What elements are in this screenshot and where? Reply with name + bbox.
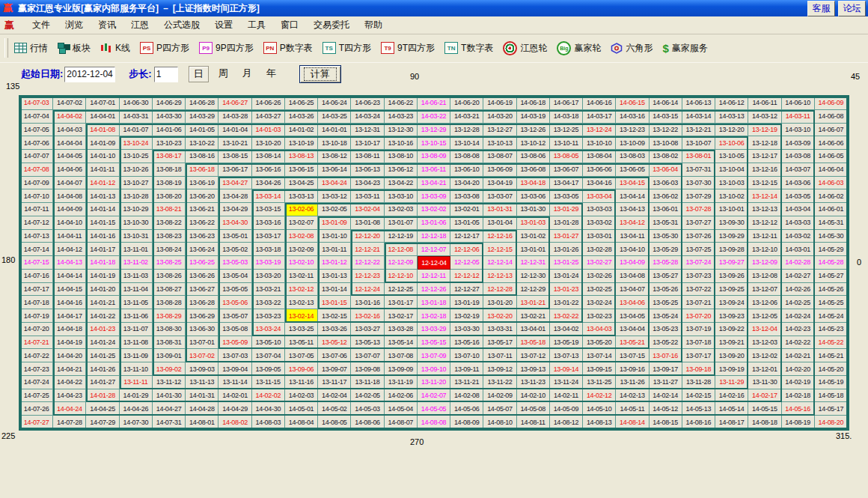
date-cell[interactable]: 13-12-21 bbox=[682, 124, 715, 137]
date-cell[interactable]: 14-05-21 bbox=[815, 349, 848, 362]
date-cell[interactable]: 13-08-02 bbox=[650, 150, 682, 163]
date-cell[interactable]: 12-12-31 bbox=[517, 256, 550, 270]
date-cell[interactable]: 14-06-20 bbox=[450, 97, 483, 110]
date-cell[interactable]: 14-02-06 bbox=[385, 389, 418, 403]
menu-item-公式选股[interactable]: 公式选股 bbox=[156, 17, 207, 33]
date-cell[interactable]: 13-10-03 bbox=[715, 177, 748, 190]
date-cell[interactable]: 14-08-13 bbox=[583, 416, 616, 429]
date-cell[interactable]: 13-12-26 bbox=[517, 124, 550, 137]
date-cell[interactable]: 13-12-23 bbox=[616, 124, 649, 137]
date-cell[interactable]: 13-04-26 bbox=[252, 177, 285, 190]
date-cell[interactable]: 13-02-25 bbox=[583, 283, 616, 297]
date-cell[interactable]: 14-08-20 bbox=[815, 416, 848, 429]
date-cell[interactable]: 13-10-08 bbox=[650, 136, 682, 150]
date-cell[interactable]: 14-06-28 bbox=[186, 97, 218, 110]
date-cell[interactable]: 13-05-08 bbox=[218, 323, 251, 336]
date-cell[interactable]: 13-08-25 bbox=[153, 256, 186, 270]
date-cell[interactable]: 13-02-12 bbox=[285, 283, 318, 297]
date-cell[interactable]: 14-06-13 bbox=[682, 97, 715, 110]
date-cell[interactable]: 14-08-09 bbox=[450, 416, 483, 429]
date-cell[interactable]: 14-07-25 bbox=[20, 389, 53, 403]
date-cell[interactable]: 14-06-23 bbox=[351, 97, 384, 110]
date-cell[interactable]: 14-03-10 bbox=[782, 124, 815, 137]
date-cell[interactable]: 14-04-06 bbox=[53, 163, 86, 177]
date-cell[interactable]: 13-03-23 bbox=[252, 309, 285, 323]
date-cell[interactable]: 14-06-15 bbox=[616, 97, 649, 110]
date-cell[interactable]: 14-01-03 bbox=[252, 124, 285, 137]
date-cell[interactable]: 14-04-07 bbox=[53, 177, 86, 190]
date-cell[interactable]: 13-09-23 bbox=[715, 309, 748, 323]
date-cell[interactable]: 13-11-19 bbox=[385, 376, 418, 389]
date-cell[interactable]: 14-05-08 bbox=[517, 402, 550, 416]
date-cell[interactable]: 12-12-22 bbox=[351, 256, 384, 270]
date-cell[interactable]: 12-12-12 bbox=[450, 270, 483, 283]
date-cell[interactable]: 14-01-19 bbox=[86, 270, 119, 283]
date-cell[interactable]: 13-10-14 bbox=[450, 136, 483, 150]
date-cell[interactable]: 14-04-12 bbox=[53, 243, 86, 256]
date-cell[interactable]: 14-07-13 bbox=[20, 230, 53, 243]
date-cell[interactable]: 13-04-23 bbox=[351, 177, 384, 190]
date-cell[interactable]: 14-07-18 bbox=[20, 296, 53, 309]
menu-item-帮助[interactable]: 帮助 bbox=[357, 17, 390, 33]
date-cell[interactable]: 13-07-18 bbox=[682, 336, 715, 350]
date-cell[interactable]: 14-03-29 bbox=[186, 110, 218, 124]
date-cell[interactable]: 13-03-26 bbox=[318, 323, 351, 336]
date-cell[interactable]: 13-07-21 bbox=[682, 296, 715, 309]
date-cell[interactable]: 13-01-26 bbox=[550, 243, 583, 256]
date-cell[interactable]: 14-03-04 bbox=[782, 203, 815, 216]
date-cell[interactable]: 13-07-16 bbox=[650, 349, 682, 362]
date-cell[interactable]: 13-01-22 bbox=[550, 296, 583, 309]
toolbar-item-K线[interactable]: K线 bbox=[100, 42, 130, 55]
date-cell[interactable]: 14-02-23 bbox=[782, 323, 815, 336]
date-cell[interactable]: 13-07-28 bbox=[682, 203, 715, 216]
date-cell[interactable]: 14-04-28 bbox=[186, 402, 218, 416]
date-cell[interactable]: 13-10-10 bbox=[583, 136, 616, 150]
date-cell[interactable]: 13-11-02 bbox=[120, 256, 153, 270]
date-cell[interactable]: 13-05-18 bbox=[517, 336, 550, 350]
date-cell[interactable]: 13-09-04 bbox=[218, 362, 251, 376]
date-cell[interactable]: 13-09-02 bbox=[153, 362, 186, 376]
date-cell[interactable]: 14-06-11 bbox=[748, 97, 781, 110]
date-cell[interactable]: 13-03-31 bbox=[483, 323, 516, 336]
date-cell[interactable]: 13-02-01 bbox=[450, 203, 483, 216]
date-cell[interactable]: 14-03-20 bbox=[483, 110, 516, 124]
date-cell[interactable]: 13-01-25 bbox=[550, 256, 583, 270]
date-cell[interactable]: 13-10-25 bbox=[120, 150, 153, 163]
date-cell[interactable]: 14-02-03 bbox=[285, 389, 318, 403]
date-cell[interactable]: 13-03-04 bbox=[583, 189, 616, 203]
date-cell[interactable]: 13-07-30 bbox=[682, 177, 715, 190]
date-cell[interactable]: 12-12-14 bbox=[483, 256, 516, 270]
date-cell[interactable]: 13-10-27 bbox=[120, 177, 153, 190]
date-cell[interactable]: 13-12-25 bbox=[550, 124, 583, 137]
date-cell[interactable]: 13-02-10 bbox=[285, 256, 318, 270]
date-cell[interactable]: 13-01-16 bbox=[351, 296, 384, 309]
date-cell[interactable]: 14-07-27 bbox=[20, 416, 53, 429]
date-cell[interactable]: 14-07-31 bbox=[153, 416, 186, 429]
date-cell[interactable]: 14-05-05 bbox=[418, 402, 450, 416]
date-cell[interactable]: 13-04-21 bbox=[418, 177, 450, 190]
date-cell[interactable]: 14-06-24 bbox=[318, 97, 351, 110]
date-cell[interactable]: 13-08-24 bbox=[153, 243, 186, 256]
date-cell[interactable]: 13-03-27 bbox=[351, 323, 384, 336]
date-cell[interactable]: 13-09-07 bbox=[318, 362, 351, 376]
date-cell[interactable]: 14-02-26 bbox=[782, 283, 815, 297]
date-cell[interactable]: 13-04-18 bbox=[517, 177, 550, 190]
date-cell[interactable]: 13-07-27 bbox=[682, 216, 715, 230]
date-cell[interactable]: 13-03-18 bbox=[252, 243, 285, 256]
date-cell[interactable]: 13-01-05 bbox=[450, 216, 483, 230]
date-cell[interactable]: 14-05-14 bbox=[715, 402, 748, 416]
date-cell[interactable]: 13-05-16 bbox=[450, 336, 483, 350]
date-cell[interactable]: 13-10-23 bbox=[153, 136, 186, 150]
date-cell[interactable]: 14-06-17 bbox=[550, 97, 583, 110]
date-cell[interactable]: 13-09-29 bbox=[715, 230, 748, 243]
date-cell[interactable]: 13-11-10 bbox=[120, 362, 153, 376]
date-cell[interactable]: 13-05-21 bbox=[616, 336, 649, 350]
date-cell[interactable]: 13-02-24 bbox=[583, 296, 616, 309]
date-cell[interactable]: 13-08-16 bbox=[186, 150, 218, 163]
date-cell[interactable]: 14-03-02 bbox=[782, 230, 815, 243]
date-cell[interactable]: 14-01-16 bbox=[86, 230, 119, 243]
date-cell[interactable]: 14-07-15 bbox=[20, 256, 53, 270]
date-cell[interactable]: 14-04-19 bbox=[53, 336, 86, 350]
date-cell[interactable]: 14-05-11 bbox=[616, 402, 649, 416]
date-cell[interactable]: 13-05-06 bbox=[218, 296, 251, 309]
